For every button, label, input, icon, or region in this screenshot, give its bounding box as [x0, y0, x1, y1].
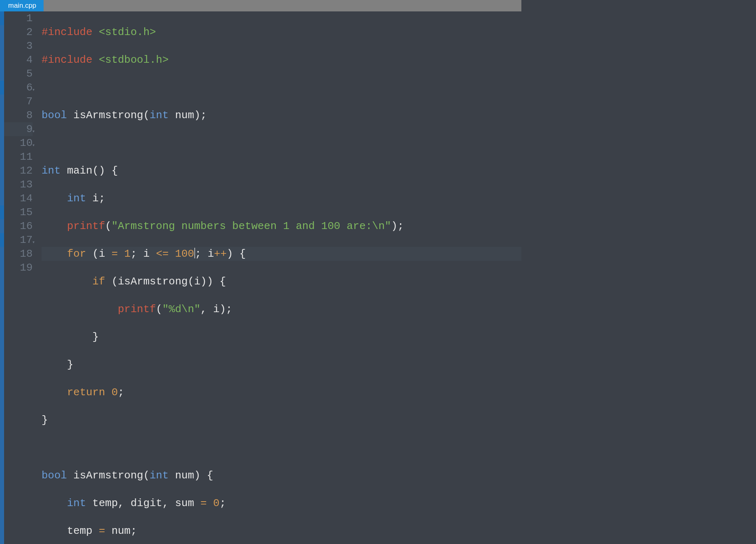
- breakpoint-column[interactable]: [0, 11, 4, 544]
- code-line[interactable]: bool isArmstrong(int num) {: [42, 469, 521, 482]
- line-number: 9: [26, 123, 33, 135]
- tab-bar-leftstrip: [0, 0, 4, 11]
- code-line[interactable]: for (i = 1; i <= 100; i++) {: [42, 247, 521, 261]
- line-number: 15: [20, 206, 33, 218]
- line-number: 3: [26, 40, 33, 52]
- code-line[interactable]: temp = num;: [42, 524, 521, 538]
- line-number: 4: [26, 54, 33, 66]
- tab-bar-empty: [44, 0, 521, 11]
- line-number: 2: [26, 26, 33, 38]
- line-number: 11: [20, 151, 33, 163]
- line-number: 14: [20, 192, 33, 205]
- code-line[interactable]: #include <stdio.h>: [42, 25, 521, 39]
- line-number: 12: [20, 165, 33, 177]
- code-editor[interactable]: 1 2 3 4 5 6▾ 7 8 9▾ 10▾ 11 12 13 14 15 1…: [0, 11, 521, 544]
- code-line[interactable]: }: [42, 330, 521, 344]
- code-line[interactable]: }: [42, 358, 521, 372]
- line-number: 10: [20, 137, 33, 149]
- line-number: 17: [20, 234, 33, 246]
- tab-bar: main.cpp: [0, 0, 521, 11]
- code-line[interactable]: [42, 136, 521, 150]
- line-number: 5: [26, 68, 33, 80]
- code-line[interactable]: int temp, digit, sum = 0;: [42, 496, 521, 510]
- code-area[interactable]: #include <stdio.h> #include <stdbool.h> …: [37, 11, 521, 544]
- code-line[interactable]: if (isArmstrong(i)) {: [42, 275, 521, 289]
- file-tab[interactable]: main.cpp: [4, 0, 44, 11]
- code-line[interactable]: printf("Armstrong numbers between 1 and …: [42, 219, 521, 233]
- code-line[interactable]: int i;: [42, 192, 521, 205]
- line-number: 16: [20, 220, 33, 232]
- code-line[interactable]: }: [42, 413, 521, 427]
- line-number-gutter: 1 2 3 4 5 6▾ 7 8 9▾ 10▾ 11 12 13 14 15 1…: [4, 11, 37, 544]
- line-number: 7: [26, 95, 33, 108]
- code-line[interactable]: return 0;: [42, 385, 521, 399]
- line-number: 1: [26, 12, 33, 24]
- code-line[interactable]: [42, 441, 521, 455]
- line-number: 8: [26, 109, 33, 121]
- ide-root: main.cpp 1 2 3 4 5 6▾ 7 8 9▾ 10▾ 11 12 1…: [0, 0, 521, 375]
- line-number: 6: [26, 81, 33, 94]
- code-line[interactable]: int main() {: [42, 164, 521, 178]
- code-line[interactable]: [42, 81, 521, 95]
- file-tab-label: main.cpp: [8, 2, 36, 10]
- line-number: 13: [20, 178, 33, 191]
- code-line[interactable]: #include <stdbool.h>: [42, 53, 521, 67]
- code-line[interactable]: bool isArmstrong(int num);: [42, 108, 521, 122]
- code-line[interactable]: printf("%d\n", i);: [42, 302, 521, 316]
- line-number: 19: [20, 262, 33, 274]
- line-number: 18: [20, 248, 33, 260]
